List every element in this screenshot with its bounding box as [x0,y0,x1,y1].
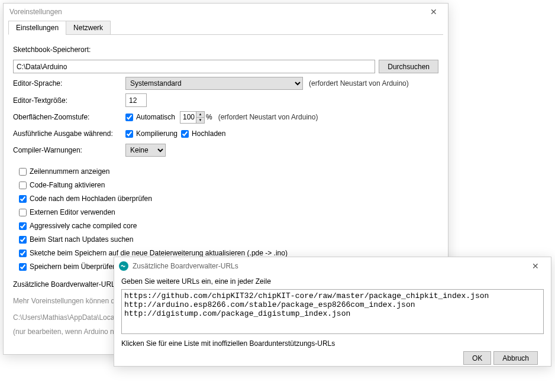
font-size-label: Editor-Textgröße: [13,96,125,105]
close-icon[interactable]: ✕ [524,258,547,274]
verify-upload-checkbox[interactable]: Code nach dem Hochladen überprüfen [19,195,152,203]
zoom-spinner[interactable]: 100 ▲▼ [180,111,205,124]
external-editor-checkbox[interactable]: Externen Editor verwenden [19,208,115,216]
chevron-up-icon: ▲ [196,112,204,118]
tab-network[interactable]: Netzwerk [66,21,111,35]
tab-settings[interactable]: Einstellungen [8,21,66,35]
warnings-label: Compiler-Warnungen: [13,146,125,154]
more-prefs-line3: (nur bearbeiten, wenn Arduino nich [13,328,123,336]
verbose-compile-checkbox[interactable]: Kompilierung [125,129,178,138]
warnings-select[interactable]: Keine [125,144,166,157]
svg-point-0 [119,261,128,271]
sketchbook-path-input[interactable] [13,60,375,73]
font-size-input[interactable] [125,93,147,107]
zoom-auto-checkbox[interactable]: Automatisch [125,113,175,121]
cancel-button[interactable]: Abbruch [493,351,538,365]
zoom-restart-hint: (erfordert Neustart von Arduino) [218,113,318,121]
verbose-label: Ausführliche Ausgabe während: [13,129,125,138]
dialog-title: Zusätzliche Boardverwalter-URLs [133,262,238,270]
tabs: Einstellungen Netzwerk [8,20,443,35]
dialog-titlebar[interactable]: Zusätzliche Boardverwalter-URLs ✕ [114,257,551,275]
aggressive-cache-checkbox[interactable]: Aggressively cache compiled core [19,222,137,230]
update-extension-checkbox[interactable]: Sketche beim Speichern auf die neue Date… [19,249,288,257]
ok-button[interactable]: OK [463,351,491,365]
boards-url-label: Zusätzliche Boardverwalter-URLs: [13,280,121,289]
linenumbers-checkbox[interactable]: Zeilennummern anzeigen [19,167,109,176]
codefold-checkbox[interactable]: Code-Faltung aktivieren [19,181,105,189]
browse-button[interactable]: Durchsuchen [379,60,438,73]
editor-language-label: Editor-Sprache: [13,79,125,88]
editor-language-select[interactable]: Systemstandard [125,77,303,90]
zoom-label: Oberflächen-Zoomstufe: [13,113,125,121]
more-prefs-line2: C:\Users\Mathias\AppData\Local\Ar [13,313,125,322]
check-updates-checkbox[interactable]: Beim Start nach Updates suchen [19,235,133,244]
urls-textarea[interactable] [121,289,544,334]
dialog-hint: Geben Sie weitere URLs ein, eine in jede… [121,277,544,286]
more-prefs-line1: Mehr Voreinstellungen können direk [13,297,126,305]
chevron-down-icon: ▼ [196,118,204,123]
arduino-logo-icon [119,261,128,271]
close-icon[interactable]: ✕ [424,5,443,19]
board-urls-dialog: Zusätzliche Boardverwalter-URLs ✕ Geben … [114,257,551,367]
unofficial-list-link[interactable]: Klicken Sie für eine Liste mit inoffizie… [121,339,544,348]
zoom-percent: % [206,113,212,121]
sketchbook-label: Sketchbook-Speicherort: [13,46,91,54]
restart-hint: (erfordert Neustart von Arduino) [309,79,409,88]
verbose-upload-checkbox[interactable]: Hochladen [181,129,225,138]
window-title: Voreinstellungen [9,8,62,16]
titlebar[interactable]: Voreinstellungen ✕ [4,4,448,20]
